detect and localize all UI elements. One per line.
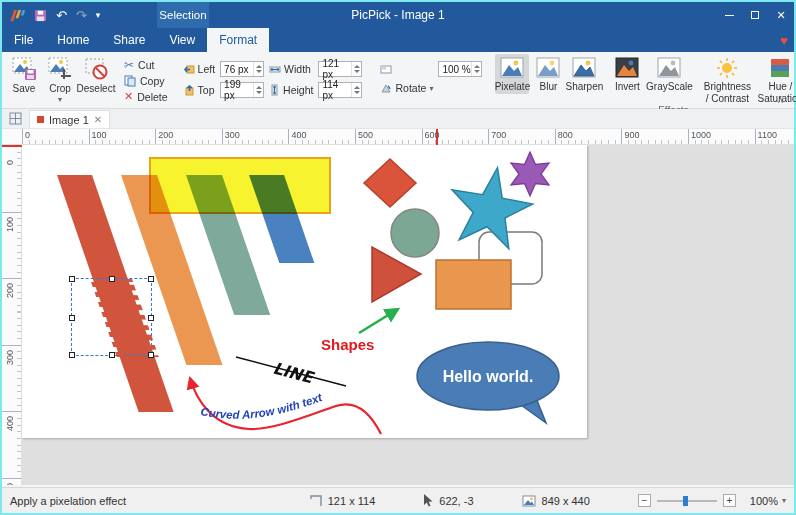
ribbon-collapse-icon[interactable]: ∧ xyxy=(777,94,784,105)
spin-up-icon[interactable] xyxy=(354,65,360,68)
cut-button[interactable]: ✂ Cut xyxy=(124,58,168,72)
picpick-logo-icon xyxy=(10,8,25,23)
ruler-h-label: 900 xyxy=(624,130,639,140)
width-input[interactable]: 121 px xyxy=(318,61,362,77)
ruler-v-label: 200 xyxy=(5,283,15,298)
selection-handle-sw[interactable] xyxy=(69,352,75,358)
save-button[interactable]: Save xyxy=(7,54,41,96)
tab-format[interactable]: Format xyxy=(207,28,269,52)
rectangle-shape[interactable] xyxy=(436,260,511,309)
zoom-input[interactable]: 100 % xyxy=(438,61,482,77)
tab-view[interactable]: View xyxy=(157,28,207,52)
spin-down-icon[interactable] xyxy=(256,91,262,94)
spin-up-icon[interactable] xyxy=(474,65,480,68)
window-layout-icon[interactable] xyxy=(9,112,22,125)
zoom-slider[interactable] xyxy=(657,500,717,502)
invert-icon xyxy=(614,57,640,79)
cursor-icon xyxy=(423,494,433,507)
image-canvas[interactable]: Shapes LINE Curved Arrow with text Hello… xyxy=(22,145,587,438)
zoom-spinner[interactable] xyxy=(471,62,481,76)
deselect-button[interactable]: Deselect xyxy=(79,54,113,96)
crop-dropdown-icon[interactable]: ▾ xyxy=(58,95,62,104)
sharpen-icon xyxy=(571,57,597,79)
blur-button[interactable]: Blur xyxy=(531,54,565,94)
shapes-text[interactable]: Shapes xyxy=(321,336,374,353)
circle-shape[interactable] xyxy=(391,209,439,257)
zoom-level[interactable]: 100% ▾ xyxy=(750,495,786,507)
selection-handle-n[interactable] xyxy=(109,276,115,282)
rotate-dropdown-icon[interactable]: ▾ xyxy=(429,84,433,93)
ruler-v-label: 100 xyxy=(5,217,15,232)
hello-world-text[interactable]: Hello world. xyxy=(443,368,534,385)
ruler-h-label: 0 xyxy=(25,130,30,140)
sharpen-label: Sharpen xyxy=(566,81,604,93)
close-button[interactable]: ✕ xyxy=(768,2,794,28)
document-tab-image1[interactable]: Image 1 ✕ xyxy=(29,110,110,128)
redo-icon[interactable]: ↷ xyxy=(76,9,87,22)
save-icon xyxy=(11,57,37,81)
zoom-in-button[interactable]: + xyxy=(723,494,736,507)
ruler-h-label: 200 xyxy=(158,130,173,140)
ruler-h-label: 400 xyxy=(291,130,306,140)
spin-up-icon[interactable] xyxy=(256,86,262,89)
width-spinner[interactable] xyxy=(351,62,361,76)
crop-button[interactable]: Crop ▾ xyxy=(43,54,77,105)
invert-button[interactable]: Invert xyxy=(610,54,644,94)
spin-down-icon[interactable] xyxy=(256,70,262,73)
zoom-slider-handle[interactable] xyxy=(683,496,688,506)
brightness-contrast-button[interactable]: Brightness/ Contrast xyxy=(701,54,753,105)
spin-up-icon[interactable] xyxy=(354,86,360,89)
ruler-horizontal[interactable]: 010020030040050060070080090010001100 xyxy=(2,129,794,145)
top-input[interactable]: 199 px xyxy=(220,82,264,98)
height-spinner[interactable] xyxy=(351,83,361,97)
line-text[interactable]: LINE xyxy=(271,358,317,387)
rotate-button[interactable]: Rotate ▾ xyxy=(380,82,433,94)
zoom-dropdown-icon[interactable]: ▾ xyxy=(782,496,786,505)
heart-icon[interactable]: ♥ xyxy=(780,28,788,52)
quick-access-toolbar: ↶ ↷ ▾ xyxy=(2,8,100,23)
tab-close-icon[interactable]: ✕ xyxy=(94,114,102,125)
left-input[interactable]: 76 px xyxy=(220,61,264,77)
ruler-h-label: 600 xyxy=(425,130,440,140)
tab-home[interactable]: Home xyxy=(45,28,101,52)
status-selection-size: 121 x 114 xyxy=(310,495,376,507)
green-arrow[interactable] xyxy=(359,309,398,333)
undo-icon[interactable]: ↶ xyxy=(56,9,67,22)
maximize-button[interactable] xyxy=(742,2,768,28)
spin-down-icon[interactable] xyxy=(354,91,360,94)
diamond-shape[interactable] xyxy=(364,159,416,207)
delete-button[interactable]: ✕ Delete xyxy=(124,90,168,103)
height-input[interactable]: 114 px xyxy=(318,82,362,98)
six-point-star-shape[interactable] xyxy=(511,152,549,196)
contextual-tab-selection[interactable]: Selection xyxy=(157,2,209,28)
left-spinner[interactable] xyxy=(253,62,263,76)
copy-button[interactable]: Copy xyxy=(124,75,168,87)
spin-up-icon[interactable] xyxy=(256,65,262,68)
selection-handle-se[interactable] xyxy=(148,352,154,358)
selection-handle-e[interactable] xyxy=(148,315,154,321)
tab-file[interactable]: File xyxy=(2,28,45,52)
ruler-vertical[interactable]: 0100200300400500 xyxy=(2,145,22,485)
spin-down-icon[interactable] xyxy=(474,70,480,73)
selection-handle-nw[interactable] xyxy=(69,276,75,282)
grayscale-button[interactable]: GrayScale xyxy=(646,54,692,94)
sharpen-button[interactable]: Sharpen xyxy=(567,54,601,94)
pixelate-button[interactable]: Pixelate xyxy=(495,54,529,94)
delete-icon: ✕ xyxy=(124,90,133,103)
spin-down-icon[interactable] xyxy=(354,70,360,73)
top-spinner[interactable] xyxy=(253,83,263,97)
selection-rectangle[interactable] xyxy=(71,278,152,356)
save-quick-icon[interactable] xyxy=(34,9,47,22)
tab-share[interactable]: Share xyxy=(101,28,157,52)
grayscale-icon xyxy=(656,57,682,79)
copy-label: Copy xyxy=(140,75,165,87)
minimize-button[interactable] xyxy=(716,2,742,28)
image-size-value: 849 x 440 xyxy=(542,495,590,507)
selection-handle-s[interactable] xyxy=(109,352,115,358)
qat-customize-icon[interactable]: ▾ xyxy=(96,11,101,20)
ribbon-group-clipboard: ✂ Cut Copy ✕ Delete xyxy=(120,54,172,108)
zoom-out-button[interactable]: − xyxy=(638,494,651,507)
selection-handle-ne[interactable] xyxy=(148,276,154,282)
top-icon xyxy=(184,85,195,96)
selection-handle-w[interactable] xyxy=(69,315,75,321)
